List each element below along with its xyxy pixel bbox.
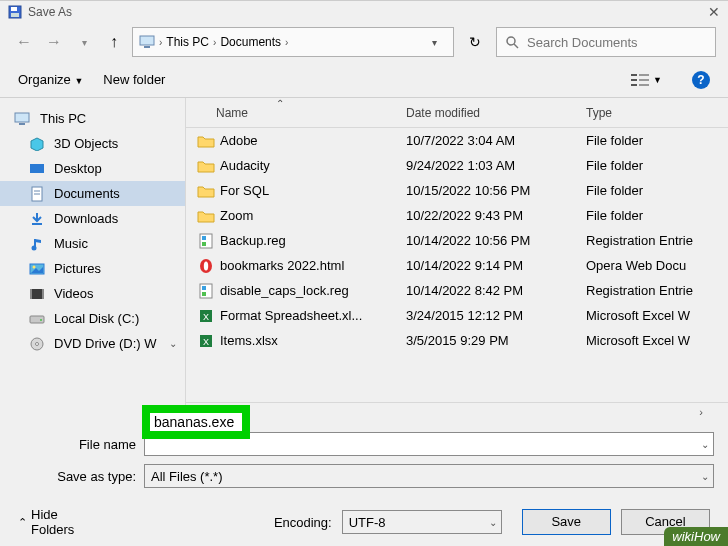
- file-type: File folder: [586, 183, 728, 198]
- folder-icon: [196, 157, 216, 175]
- file-type: Opera Web Docu: [586, 258, 728, 273]
- file-date: 10/15/2022 10:56 PM: [406, 183, 586, 198]
- svg-rect-9: [631, 84, 637, 86]
- scroll-right-icon[interactable]: ›: [692, 406, 710, 418]
- svg-point-5: [507, 37, 515, 45]
- chevron-down-icon[interactable]: ⌄: [701, 439, 709, 450]
- chevron-up-icon: ⌃: [18, 516, 27, 529]
- table-row[interactable]: Backup.reg10/14/2022 10:56 PMRegistratio…: [186, 228, 728, 253]
- music-icon: [28, 237, 46, 251]
- floppy-icon: [8, 5, 22, 19]
- table-row[interactable]: bookmarks 2022.html10/14/2022 9:14 PMOpe…: [186, 253, 728, 278]
- folder-icon: [196, 207, 216, 225]
- sidebar-item-desktop[interactable]: Desktop: [0, 156, 185, 181]
- file-type: Microsoft Excel W: [586, 333, 728, 348]
- search-icon: [505, 35, 519, 49]
- svg-rect-12: [639, 84, 649, 86]
- sidebar-item-local-disk[interactable]: Local Disk (C:): [0, 306, 185, 331]
- breadcrumb[interactable]: › This PC › Documents › ▾: [132, 27, 454, 57]
- column-name[interactable]: Name: [216, 106, 406, 120]
- file-type: Microsoft Excel W: [586, 308, 728, 323]
- excel-icon: X: [196, 332, 216, 350]
- sidebar-item-dvd-drive[interactable]: DVD Drive (D:) W ⌄: [0, 331, 185, 356]
- svg-rect-33: [202, 236, 206, 240]
- new-folder-button[interactable]: New folder: [103, 72, 165, 87]
- chevron-down-icon[interactable]: ⌄: [169, 338, 179, 349]
- svg-rect-10: [639, 74, 649, 76]
- breadcrumb-item[interactable]: This PC: [166, 35, 209, 49]
- breadcrumb-item[interactable]: Documents: [220, 35, 281, 49]
- svg-rect-3: [140, 36, 154, 45]
- refresh-button[interactable]: ↻: [460, 27, 490, 57]
- file-date: 10/14/2022 9:14 PM: [406, 258, 586, 273]
- sidebar-item-documents[interactable]: Documents: [0, 181, 185, 206]
- chevron-right-icon: ›: [159, 37, 162, 48]
- desktop-icon: [28, 162, 46, 176]
- file-date: 3/5/2015 9:29 PM: [406, 333, 586, 348]
- svg-rect-13: [15, 113, 29, 122]
- table-row[interactable]: XItems.xlsx3/5/2015 9:29 PMMicrosoft Exc…: [186, 328, 728, 353]
- close-icon[interactable]: ✕: [708, 4, 720, 20]
- save-button[interactable]: Save: [522, 509, 611, 535]
- svg-point-21: [32, 245, 37, 250]
- svg-rect-14: [19, 123, 25, 125]
- recent-dropdown[interactable]: ▾: [72, 30, 96, 54]
- file-name: bookmarks 2022.html: [220, 258, 406, 273]
- sidebar-item-downloads[interactable]: Downloads: [0, 206, 185, 231]
- title-bar: Save As ✕: [0, 0, 728, 22]
- sort-indicator-icon: ⌃: [276, 98, 284, 109]
- excel-icon: X: [196, 307, 216, 325]
- svg-rect-2: [11, 13, 19, 17]
- svg-line-6: [514, 44, 518, 48]
- svg-rect-28: [30, 316, 44, 323]
- horizontal-scrollbar[interactable]: ‹ ›: [186, 402, 728, 420]
- svg-rect-27: [42, 289, 44, 299]
- breadcrumb-dropdown[interactable]: ▾: [422, 37, 447, 48]
- encoding-select[interactable]: UTF-8 ⌄: [342, 510, 502, 534]
- svg-rect-25: [30, 289, 44, 299]
- cube-icon: [28, 137, 46, 151]
- table-row[interactable]: Audacity9/24/2022 1:03 AMFile folder: [186, 153, 728, 178]
- back-button[interactable]: ←: [12, 30, 36, 54]
- search-input[interactable]: Search Documents: [496, 27, 716, 57]
- svg-rect-8: [631, 79, 637, 81]
- svg-point-23: [33, 265, 36, 268]
- sidebar-item-this-pc[interactable]: This PC: [0, 106, 185, 131]
- toolbar: Organize ▼ New folder ▼ ?: [0, 62, 728, 98]
- help-icon[interactable]: ?: [692, 71, 710, 89]
- view-button[interactable]: ▼: [631, 73, 662, 87]
- up-button[interactable]: ↑: [102, 30, 126, 54]
- chevron-down-icon[interactable]: ⌄: [701, 471, 709, 482]
- svg-rect-38: [202, 286, 206, 290]
- sidebar-item-pictures[interactable]: Pictures: [0, 256, 185, 281]
- table-row[interactable]: XFormat Spreadsheet.xl...3/24/2015 12:12…: [186, 303, 728, 328]
- svg-rect-34: [202, 242, 206, 246]
- opera-icon: [196, 257, 216, 275]
- savetype-label: Save as type:: [14, 469, 144, 484]
- column-headers[interactable]: ⌃ Name Date modified Type: [186, 98, 728, 128]
- sidebar-item-music[interactable]: Music: [0, 231, 185, 256]
- svg-rect-4: [144, 46, 150, 48]
- pictures-icon: [28, 262, 46, 276]
- chevron-down-icon[interactable]: ⌄: [489, 517, 497, 528]
- organize-button[interactable]: Organize ▼: [18, 72, 83, 87]
- videos-icon: [28, 287, 46, 301]
- table-row[interactable]: disable_caps_lock.reg10/14/2022 8:42 PMR…: [186, 278, 728, 303]
- footer: ⌃ Hide Folders Encoding: UTF-8 ⌄ Save Ca…: [0, 498, 728, 546]
- folder-icon: [196, 182, 216, 200]
- column-date[interactable]: Date modified: [406, 106, 586, 120]
- sidebar-item-3d-objects[interactable]: 3D Objects: [0, 131, 185, 156]
- file-date: 10/22/2022 9:43 PM: [406, 208, 586, 223]
- table-row[interactable]: Zoom10/22/2022 9:43 PMFile folder: [186, 203, 728, 228]
- file-date: 9/24/2022 1:03 AM: [406, 158, 586, 173]
- savetype-select[interactable]: All Files (*.*) ⌄: [144, 464, 714, 488]
- sidebar-item-videos[interactable]: Videos: [0, 281, 185, 306]
- svg-marker-15: [31, 138, 43, 151]
- download-icon: [28, 212, 46, 226]
- filename-label: File name: [14, 437, 144, 452]
- hide-folders-button[interactable]: ⌃ Hide Folders: [18, 507, 104, 537]
- table-row[interactable]: Adobe10/7/2022 3:04 AMFile folder: [186, 128, 728, 153]
- table-row[interactable]: For SQL10/15/2022 10:56 PMFile folder: [186, 178, 728, 203]
- reg-icon: [196, 232, 216, 250]
- column-type[interactable]: Type: [586, 106, 728, 120]
